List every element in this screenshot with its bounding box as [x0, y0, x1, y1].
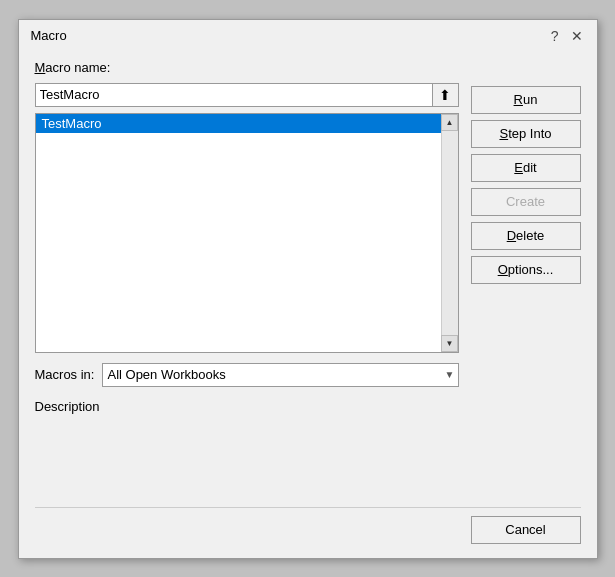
macros-in-select[interactable]: All Open Workbooks This Workbook: [102, 363, 458, 387]
description-area: [35, 420, 459, 495]
right-panel: Run Step Into Edit Create Delete Options…: [471, 60, 581, 495]
step-into-button[interactable]: Step Into: [471, 120, 581, 148]
macro-name-label: Macro name:: [35, 60, 459, 75]
scroll-track[interactable]: [442, 131, 458, 335]
macro-list: TestMacro: [36, 114, 441, 352]
macro-name-input[interactable]: [35, 83, 433, 107]
title-bar: Macro ? ✕: [19, 20, 597, 48]
scroll-up[interactable]: ▲: [441, 114, 458, 131]
list-item[interactable]: TestMacro: [36, 114, 441, 133]
close-button[interactable]: ✕: [569, 28, 585, 44]
macros-in-label: Macros in:: [35, 367, 95, 382]
scrollbar: ▲ ▼: [441, 114, 458, 352]
dialog-title: Macro: [31, 28, 67, 43]
macro-name-row: ⬆: [35, 83, 459, 107]
scroll-down[interactable]: ▼: [441, 335, 458, 352]
macros-in-row: Macros in: All Open Workbooks This Workb…: [35, 363, 459, 387]
edit-button[interactable]: Edit: [471, 154, 581, 182]
select-wrapper: All Open Workbooks This Workbook ▼: [102, 363, 458, 387]
macro-dialog: Macro ? ✕ Macro name: ⬆ TestMacro: [18, 19, 598, 559]
upload-icon: ⬆: [439, 87, 451, 103]
dialog-content: Macro name: ⬆ TestMacro ▲ ▼ Macros: [19, 48, 597, 507]
macro-list-container: TestMacro ▲ ▼: [35, 113, 459, 353]
help-button[interactable]: ?: [549, 28, 561, 44]
create-button[interactable]: Create: [471, 188, 581, 216]
delete-button[interactable]: Delete: [471, 222, 581, 250]
cancel-button[interactable]: Cancel: [471, 516, 581, 544]
title-bar-controls: ? ✕: [549, 28, 585, 44]
dialog-footer: Cancel: [19, 508, 597, 558]
run-button[interactable]: Run: [471, 86, 581, 114]
options-button[interactable]: Options...: [471, 256, 581, 284]
description-label: Description: [35, 399, 459, 414]
left-panel: Macro name: ⬆ TestMacro ▲ ▼ Macros: [35, 60, 459, 495]
upload-button[interactable]: ⬆: [433, 83, 459, 107]
